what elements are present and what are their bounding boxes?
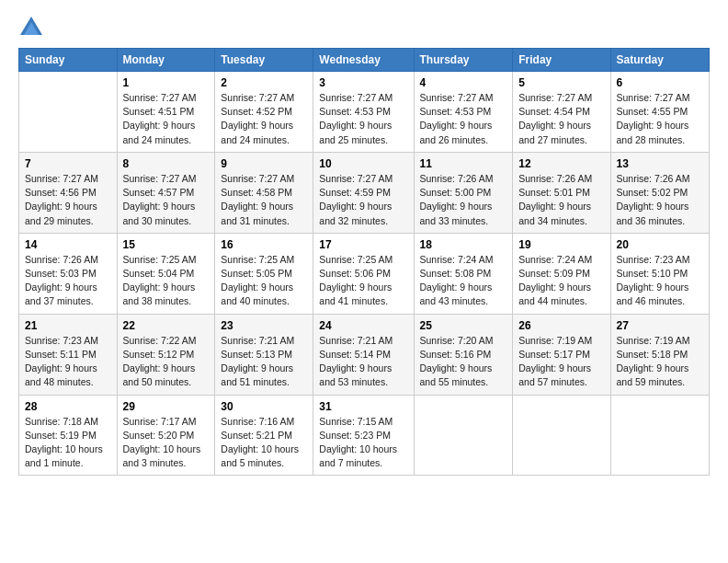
calendar-cell: 14Sunrise: 7:26 AM Sunset: 5:03 PM Dayli… — [19, 233, 118, 314]
day-number: 11 — [420, 157, 507, 170]
day-info: Sunrise: 7:26 AM Sunset: 5:00 PM Dayligh… — [420, 172, 507, 228]
day-info: Sunrise: 7:18 AM Sunset: 5:19 PM Dayligh… — [25, 415, 111, 471]
day-info: Sunrise: 7:24 AM Sunset: 5:08 PM Dayligh… — [420, 253, 507, 309]
day-info: Sunrise: 7:25 AM Sunset: 5:06 PM Dayligh… — [319, 253, 407, 309]
calendar-cell: 5Sunrise: 7:27 AM Sunset: 4:54 PM Daylig… — [513, 72, 610, 153]
col-header-saturday: Saturday — [610, 49, 709, 72]
day-info: Sunrise: 7:27 AM Sunset: 4:59 PM Dayligh… — [319, 172, 407, 228]
day-info: Sunrise: 7:27 AM Sunset: 4:55 PM Dayligh… — [617, 91, 703, 147]
day-info: Sunrise: 7:26 AM Sunset: 5:02 PM Dayligh… — [617, 172, 703, 228]
col-header-wednesday: Wednesday — [313, 49, 414, 72]
day-number: 2 — [221, 76, 307, 89]
day-info: Sunrise: 7:25 AM Sunset: 5:04 PM Dayligh… — [123, 253, 210, 309]
day-info: Sunrise: 7:27 AM Sunset: 4:53 PM Dayligh… — [420, 91, 507, 147]
day-number: 21 — [25, 319, 111, 332]
calendar-cell: 1Sunrise: 7:27 AM Sunset: 4:51 PM Daylig… — [117, 72, 215, 153]
day-info: Sunrise: 7:19 AM Sunset: 5:18 PM Dayligh… — [617, 334, 703, 390]
day-number: 25 — [420, 319, 507, 332]
day-number: 1 — [123, 76, 210, 89]
day-number: 27 — [617, 319, 703, 332]
day-number: 14 — [25, 238, 111, 251]
day-info: Sunrise: 7:17 AM Sunset: 5:20 PM Dayligh… — [123, 415, 210, 471]
calendar-cell: 7Sunrise: 7:27 AM Sunset: 4:56 PM Daylig… — [19, 152, 118, 233]
calendar-cell: 3Sunrise: 7:27 AM Sunset: 4:53 PM Daylig… — [313, 72, 414, 153]
day-number: 10 — [319, 157, 407, 170]
calendar-cell — [610, 395, 709, 476]
calendar-cell: 18Sunrise: 7:24 AM Sunset: 5:08 PM Dayli… — [414, 233, 513, 314]
logo — [18, 15, 48, 40]
week-row-2: 14Sunrise: 7:26 AM Sunset: 5:03 PM Dayli… — [19, 233, 710, 314]
day-info: Sunrise: 7:26 AM Sunset: 5:03 PM Dayligh… — [25, 253, 111, 309]
calendar-cell: 28Sunrise: 7:18 AM Sunset: 5:19 PM Dayli… — [19, 395, 118, 476]
day-info: Sunrise: 7:27 AM Sunset: 4:56 PM Dayligh… — [25, 172, 111, 228]
calendar-cell: 27Sunrise: 7:19 AM Sunset: 5:18 PM Dayli… — [610, 314, 709, 395]
day-number: 18 — [420, 238, 507, 251]
day-info: Sunrise: 7:23 AM Sunset: 5:10 PM Dayligh… — [617, 253, 703, 309]
day-number: 31 — [319, 400, 407, 413]
calendar-cell: 8Sunrise: 7:27 AM Sunset: 4:57 PM Daylig… — [117, 152, 215, 233]
calendar-cell: 11Sunrise: 7:26 AM Sunset: 5:00 PM Dayli… — [414, 152, 513, 233]
calendar-cell: 2Sunrise: 7:27 AM Sunset: 4:52 PM Daylig… — [215, 72, 313, 153]
calendar-cell: 20Sunrise: 7:23 AM Sunset: 5:10 PM Dayli… — [610, 233, 709, 314]
day-number: 28 — [25, 400, 111, 413]
calendar-cell: 6Sunrise: 7:27 AM Sunset: 4:55 PM Daylig… — [610, 72, 709, 153]
col-header-thursday: Thursday — [414, 49, 513, 72]
calendar-cell — [513, 395, 610, 476]
calendar-cell: 25Sunrise: 7:20 AM Sunset: 5:16 PM Dayli… — [414, 314, 513, 395]
calendar-cell: 22Sunrise: 7:22 AM Sunset: 5:12 PM Dayli… — [117, 314, 215, 395]
calendar-cell — [414, 395, 513, 476]
col-header-friday: Friday — [513, 49, 610, 72]
day-info: Sunrise: 7:21 AM Sunset: 5:13 PM Dayligh… — [221, 334, 307, 390]
week-row-3: 21Sunrise: 7:23 AM Sunset: 5:11 PM Dayli… — [19, 314, 710, 395]
day-number: 7 — [25, 157, 111, 170]
day-info: Sunrise: 7:27 AM Sunset: 4:51 PM Dayligh… — [123, 91, 210, 147]
col-header-monday: Monday — [117, 49, 215, 72]
day-info: Sunrise: 7:26 AM Sunset: 5:01 PM Dayligh… — [518, 172, 604, 228]
calendar-cell: 17Sunrise: 7:25 AM Sunset: 5:06 PM Dayli… — [313, 233, 414, 314]
calendar-table: SundayMondayTuesdayWednesdayThursdayFrid… — [18, 48, 710, 476]
week-row-4: 28Sunrise: 7:18 AM Sunset: 5:19 PM Dayli… — [19, 395, 710, 476]
col-header-sunday: Sunday — [19, 49, 118, 72]
calendar-cell: 16Sunrise: 7:25 AM Sunset: 5:05 PM Dayli… — [215, 233, 313, 314]
calendar-cell: 31Sunrise: 7:15 AM Sunset: 5:23 PM Dayli… — [313, 395, 414, 476]
day-number: 13 — [617, 157, 703, 170]
day-info: Sunrise: 7:22 AM Sunset: 5:12 PM Dayligh… — [123, 334, 210, 390]
col-header-tuesday: Tuesday — [215, 49, 313, 72]
day-info: Sunrise: 7:15 AM Sunset: 5:23 PM Dayligh… — [319, 415, 407, 471]
day-number: 12 — [518, 157, 604, 170]
day-number: 5 — [518, 76, 604, 89]
day-info: Sunrise: 7:24 AM Sunset: 5:09 PM Dayligh… — [518, 253, 604, 309]
day-info: Sunrise: 7:19 AM Sunset: 5:17 PM Dayligh… — [518, 334, 604, 390]
calendar-cell: 29Sunrise: 7:17 AM Sunset: 5:20 PM Dayli… — [117, 395, 215, 476]
calendar-cell: 23Sunrise: 7:21 AM Sunset: 5:13 PM Dayli… — [215, 314, 313, 395]
day-number: 15 — [123, 238, 210, 251]
logo-icon — [18, 15, 44, 40]
day-info: Sunrise: 7:27 AM Sunset: 4:57 PM Dayligh… — [123, 172, 210, 228]
day-number: 26 — [518, 319, 604, 332]
day-info: Sunrise: 7:25 AM Sunset: 5:05 PM Dayligh… — [221, 253, 307, 309]
calendar-cell: 21Sunrise: 7:23 AM Sunset: 5:11 PM Dayli… — [19, 314, 118, 395]
day-number: 20 — [617, 238, 703, 251]
calendar-cell: 9Sunrise: 7:27 AM Sunset: 4:58 PM Daylig… — [215, 152, 313, 233]
day-info: Sunrise: 7:27 AM Sunset: 4:52 PM Dayligh… — [221, 91, 307, 147]
day-info: Sunrise: 7:23 AM Sunset: 5:11 PM Dayligh… — [25, 334, 111, 390]
day-number: 4 — [420, 76, 507, 89]
calendar-cell: 30Sunrise: 7:16 AM Sunset: 5:21 PM Dayli… — [215, 395, 313, 476]
day-number: 8 — [123, 157, 210, 170]
day-number: 24 — [319, 319, 407, 332]
day-number: 3 — [319, 76, 407, 89]
day-number: 9 — [221, 157, 307, 170]
day-number: 23 — [221, 319, 307, 332]
day-info: Sunrise: 7:21 AM Sunset: 5:14 PM Dayligh… — [319, 334, 407, 390]
week-row-0: 1Sunrise: 7:27 AM Sunset: 4:51 PM Daylig… — [19, 72, 710, 153]
calendar-cell — [19, 72, 118, 153]
day-number: 16 — [221, 238, 307, 251]
calendar-cell: 19Sunrise: 7:24 AM Sunset: 5:09 PM Dayli… — [513, 233, 610, 314]
day-info: Sunrise: 7:20 AM Sunset: 5:16 PM Dayligh… — [420, 334, 507, 390]
calendar-cell: 10Sunrise: 7:27 AM Sunset: 4:59 PM Dayli… — [313, 152, 414, 233]
calendar-cell: 12Sunrise: 7:26 AM Sunset: 5:01 PM Dayli… — [513, 152, 610, 233]
day-number: 29 — [123, 400, 210, 413]
day-info: Sunrise: 7:16 AM Sunset: 5:21 PM Dayligh… — [221, 415, 307, 471]
day-info: Sunrise: 7:27 AM Sunset: 4:58 PM Dayligh… — [221, 172, 307, 228]
calendar-cell: 26Sunrise: 7:19 AM Sunset: 5:17 PM Dayli… — [513, 314, 610, 395]
